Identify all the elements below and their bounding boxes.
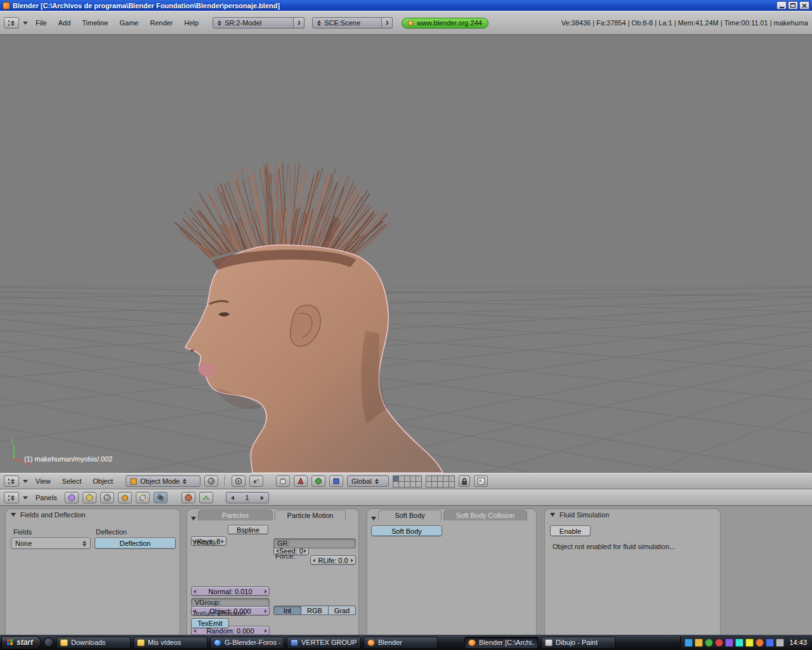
bspline-toggle[interactable]: Bspline [228, 525, 268, 534]
tray-messenger-icon[interactable] [705, 639, 713, 647]
editing-buttons-button[interactable] [136, 492, 150, 503]
logic-buttons-button[interactable] [65, 492, 79, 503]
fluid-enable-button[interactable]: Enable [550, 526, 591, 536]
velocity-normal-slider[interactable]: Normal: 0.010 [191, 587, 270, 596]
layer-cell[interactable] [432, 476, 437, 481]
particles-sub-button[interactable] [199, 492, 213, 503]
menu-view[interactable]: View [32, 476, 55, 486]
rgb-toggle[interactable]: RGB [301, 606, 329, 615]
taskbar-item-vertex-group[interactable]: VERTEX GROUP - ... [287, 637, 361, 649]
menu-object[interactable]: Object [89, 476, 117, 486]
tray-app-icon[interactable] [735, 639, 743, 647]
tray-app-icon[interactable] [725, 639, 733, 647]
frame-increment-icon[interactable] [260, 495, 265, 501]
script-buttons-button[interactable] [82, 492, 96, 503]
frame-decrement-icon[interactable] [230, 495, 235, 501]
collapse-triangle-icon[interactable] [191, 517, 196, 521]
window-titlebar[interactable]: Blender [C:\Archivos de programa\Blender… [0, 0, 812, 11]
taskbar-item-blender-file-active[interactable]: Blender [C:\Archi... [464, 637, 539, 649]
layer-cell[interactable] [426, 482, 431, 487]
grad-toggle[interactable]: Grad [329, 606, 356, 615]
taskbar-clock[interactable]: 14:43 [789, 639, 807, 646]
render-preview-button[interactable] [474, 475, 488, 487]
blender-org-link[interactable]: www.blender.org 244 [402, 18, 488, 29]
tab-particles[interactable]: Particles [198, 510, 273, 521]
layer-cell[interactable] [438, 482, 443, 487]
frame-number-stepper[interactable]: 1 [226, 492, 269, 503]
object-buttons-button[interactable] [118, 492, 132, 503]
layer-cell[interactable] [443, 482, 449, 487]
layer-cell[interactable] [405, 482, 410, 487]
collapse-triangle-icon[interactable] [371, 517, 376, 521]
layer-cell[interactable] [416, 476, 421, 481]
layer-cell[interactable] [410, 476, 416, 481]
layer-cell[interactable] [426, 476, 431, 481]
minimize-button[interactable] [776, 1, 787, 10]
menu-add[interactable]: Add [55, 18, 75, 28]
gr-field[interactable]: GR: [273, 538, 356, 548]
header-collapse-icon[interactable] [23, 496, 28, 500]
taskbar-item-downloads[interactable]: Downloads [56, 637, 131, 649]
layer-cell[interactable] [399, 476, 404, 481]
maximize-button[interactable] [788, 1, 798, 10]
tab-particle-motion[interactable]: Particle Motion [275, 510, 346, 521]
fields-type-dropdown[interactable]: None [11, 538, 91, 549]
manipulator-toggle-button[interactable] [276, 475, 290, 487]
layer-cell[interactable] [449, 482, 454, 487]
tray-app-icon[interactable] [756, 639, 764, 647]
layer-cell[interactable] [438, 476, 443, 481]
layer-cell[interactable] [443, 476, 449, 481]
screen-delete-button[interactable] [294, 17, 304, 29]
editor-type-button[interactable] [4, 475, 19, 487]
translate-manipulator-button[interactable] [294, 475, 308, 487]
layer-cell[interactable] [399, 482, 404, 487]
quick-launch-icon[interactable] [44, 637, 54, 647]
taskbar-item-gblender-foros[interactable]: G-Blender-Foros -... [210, 637, 284, 649]
physics-buttons-button[interactable] [154, 492, 167, 503]
layer-cell[interactable] [405, 476, 410, 481]
menu-help[interactable]: Help [181, 18, 203, 28]
tab-soft-body[interactable]: Soft Body [378, 510, 442, 521]
panels-menu[interactable]: Panels [32, 493, 61, 503]
rotate-manipulator-button[interactable] [311, 475, 325, 487]
lock-layers-button[interactable] [459, 475, 470, 487]
tray-update-icon[interactable] [695, 639, 703, 647]
shading-buttons-button[interactable] [100, 492, 114, 503]
layer-cell[interactable] [449, 476, 454, 481]
layer-cell[interactable] [393, 482, 398, 487]
scale-manipulator-button[interactable] [329, 475, 343, 487]
close-button[interactable] [799, 1, 809, 10]
collapse-triangle-icon[interactable] [11, 513, 16, 517]
layer-cell[interactable] [393, 476, 398, 481]
screen-selector[interactable]: SR:2-Model [213, 17, 294, 29]
scene-delete-button[interactable] [382, 17, 393, 29]
collapse-triangle-icon[interactable] [550, 513, 555, 517]
menu-select[interactable]: Select [58, 476, 86, 486]
taskbar-item-blender[interactable]: Blender [363, 637, 438, 649]
vgroup-field[interactable]: VGroup: [191, 598, 270, 607]
mode-selector[interactable]: Object Mode [126, 475, 200, 487]
tab-soft-body-collision[interactable]: Soft Body Collision [443, 510, 527, 521]
menu-render[interactable]: Render [146, 18, 176, 28]
menu-timeline[interactable]: Timeline [78, 18, 112, 28]
editor-type-button[interactable] [4, 17, 19, 29]
draw-type-button[interactable] [204, 475, 218, 487]
int-toggle[interactable]: Int [273, 606, 301, 615]
soft-body-enable-button[interactable]: Soft Body [371, 526, 442, 536]
deflection-toggle-button[interactable]: Deflection [95, 538, 176, 549]
taskbar-item-paint[interactable]: Dibujo - Paint [541, 637, 615, 649]
header-collapse-icon[interactable] [23, 22, 28, 25]
editor-type-button[interactable] [4, 492, 19, 503]
layer-cell[interactable] [410, 482, 416, 487]
layer-cell[interactable] [416, 482, 421, 487]
3d-viewport[interactable]: z x (1) makehuman/myobis/.002 [0, 35, 812, 473]
taskbar-item-mis-videos[interactable]: Mis vídeos [133, 637, 207, 649]
menu-file[interactable]: File [32, 18, 51, 28]
tray-network-icon[interactable] [684, 639, 693, 647]
header-collapse-icon[interactable] [23, 480, 28, 483]
start-button[interactable]: start [1, 636, 41, 649]
tray-antivirus-icon[interactable] [715, 639, 723, 647]
tray-volume-icon[interactable] [766, 639, 774, 647]
pivot-point-button[interactable] [232, 475, 246, 487]
rlife-stepper[interactable]: RLife: 0.0 [310, 555, 356, 565]
